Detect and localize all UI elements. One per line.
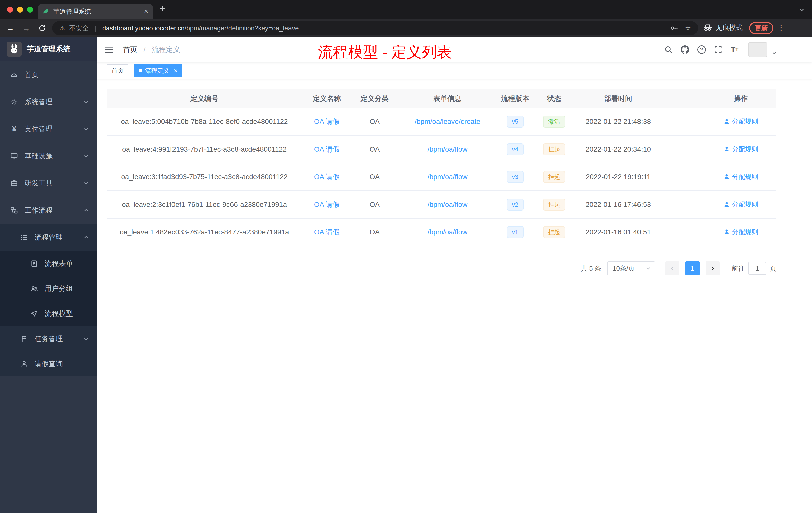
- active-tag-dot: [139, 69, 142, 72]
- breadcrumb-current: 流程定义: [152, 46, 180, 54]
- assign-rule-link[interactable]: 分配规则: [724, 117, 758, 126]
- sidebar-item-leave-query[interactable]: 请假查询: [0, 351, 97, 376]
- avatar[interactable]: [748, 42, 767, 57]
- tag-home[interactable]: 首页: [107, 64, 128, 77]
- cell-category: OA: [352, 135, 397, 163]
- chrome-update-button[interactable]: 更新: [749, 22, 773, 34]
- table-row: oa_leave:1:482ec033-762a-11ec-8477-a2380…: [107, 218, 776, 246]
- zoom-window-button[interactable]: [27, 6, 33, 12]
- form-link[interactable]: /bpm/oa/flow: [428, 201, 467, 208]
- browser-menu-icon[interactable]: ⋮: [777, 23, 785, 32]
- chevron-up-icon: [83, 208, 89, 213]
- cell-deploy-time: 2022-01-22 21:48:38: [576, 108, 661, 135]
- github-icon[interactable]: [679, 43, 691, 56]
- status-badge: 挂起: [543, 226, 565, 238]
- close-window-button[interactable]: [7, 6, 13, 12]
- definition-name-link[interactable]: OA 请假: [314, 145, 340, 153]
- key-icon[interactable]: [670, 24, 678, 32]
- version-badge: v3: [507, 171, 523, 183]
- pagination: 共 5 条 10条/页 1 前往 页: [107, 261, 776, 275]
- breadcrumb-home[interactable]: 首页: [123, 46, 137, 54]
- definition-name-link[interactable]: OA 请假: [314, 173, 340, 181]
- sidebar-item-process-form[interactable]: 流程表单: [0, 251, 97, 276]
- reload-icon[interactable]: [36, 23, 48, 34]
- col-definition-id: 定义编号: [107, 89, 302, 108]
- table-row: oa_leave:4:991f2193-7b7f-11ec-a3c8-acde4…: [107, 135, 776, 163]
- col-filler: [661, 89, 705, 108]
- annotation-title: 流程模型 - 定义列表: [318, 42, 452, 62]
- table-row: oa_leave:2:3c1f0ef1-76b1-11ec-9c66-a2380…: [107, 191, 776, 218]
- sidebar-item-workflow[interactable]: 工作流程: [0, 197, 97, 224]
- chevron-down-icon: [83, 336, 89, 341]
- dashboard-icon: [10, 71, 18, 79]
- goto-page-input[interactable]: [748, 262, 766, 275]
- fullscreen-icon[interactable]: [712, 43, 724, 56]
- chevron-up-icon: [83, 235, 89, 240]
- font-size-icon[interactable]: TT: [729, 43, 741, 56]
- browser-tab[interactable]: 芋道管理系统 ×: [38, 3, 153, 19]
- main-area: 流程模型 - 定义列表 首页 / 流程定义 ?: [97, 37, 812, 513]
- new-tab-button[interactable]: +: [160, 3, 165, 14]
- next-page-button[interactable]: [705, 261, 720, 275]
- assign-rule-link[interactable]: 分配规则: [724, 145, 758, 154]
- col-definition-category: 定义分类: [352, 89, 397, 108]
- help-icon[interactable]: ?: [696, 43, 707, 56]
- goto-suffix: 页: [770, 264, 776, 273]
- sidebar-toggle-icon[interactable]: [105, 45, 114, 54]
- forward-icon[interactable]: →: [20, 23, 32, 34]
- version-badge: v2: [507, 199, 523, 211]
- form-link[interactable]: /bpm/oa/leave/create: [414, 118, 480, 125]
- prev-page-button[interactable]: [665, 261, 679, 275]
- definition-name-link[interactable]: OA 请假: [314, 201, 340, 208]
- assign-rule-link[interactable]: 分配规则: [724, 173, 758, 181]
- search-icon[interactable]: [662, 43, 674, 56]
- sidebar-brand[interactable]: 芋道管理系统: [0, 37, 97, 61]
- avatar-caret-icon[interactable]: [772, 51, 777, 56]
- not-secure-icon[interactable]: ⚠: [59, 24, 65, 32]
- people-icon: [30, 284, 38, 293]
- address-bar[interactable]: ⚠ 不安全 | dashboard.yudao.iocoder.cn/bpm/m…: [52, 21, 698, 35]
- table-row: oa_leave:5:004b710b-7b8a-11ec-8ef0-acde4…: [107, 108, 776, 135]
- back-icon[interactable]: ←: [4, 23, 16, 34]
- definition-name-link[interactable]: OA 请假: [314, 118, 340, 125]
- status-badge: 挂起: [543, 199, 565, 211]
- cell-deploy-time: 2022-01-22 20:34:10: [576, 135, 661, 163]
- bookmark-star-icon[interactable]: ☆: [685, 24, 691, 32]
- minimize-window-button[interactable]: [17, 6, 23, 12]
- cell-category: OA: [352, 108, 397, 135]
- sidebar-item-process-mgmt[interactable]: 流程管理: [0, 224, 97, 251]
- pagination-total: 共 5 条: [581, 264, 601, 273]
- sidebar-item-system[interactable]: 系统管理: [0, 88, 97, 116]
- tab-search-chevron-icon[interactable]: [799, 6, 805, 12]
- sidebar-item-task-mgmt[interactable]: 任务管理: [0, 326, 97, 351]
- sidebar-item-user-group[interactable]: 用户分组: [0, 276, 97, 301]
- form-link[interactable]: /bpm/oa/flow: [428, 228, 467, 236]
- sidebar-item-payment[interactable]: ¥ 支付管理: [0, 116, 97, 143]
- sidebar-item-home[interactable]: 首页: [0, 61, 97, 88]
- cell-category: OA: [352, 218, 397, 246]
- page-number-1[interactable]: 1: [686, 261, 699, 275]
- form-link[interactable]: /bpm/oa/flow: [428, 173, 467, 181]
- page-content: 定义编号 定义名称 定义分类 表单信息 流程版本 状态 部署时间 操作: [97, 79, 812, 285]
- browser-toolbar: ← → ⚠ 不安全 | dashboard.yudao.iocoder.cn/b…: [0, 19, 812, 37]
- cell-definition-id: oa_leave:4:991f2193-7b7f-11ec-a3c8-acde4…: [107, 135, 302, 163]
- tag-process-definition[interactable]: 流程定义 ×: [134, 64, 182, 77]
- assign-rule-link[interactable]: 分配规则: [724, 200, 758, 209]
- tag-close-icon[interactable]: ×: [174, 67, 177, 74]
- sidebar-item-devtools[interactable]: 研发工具: [0, 170, 97, 197]
- assign-rule-link[interactable]: 分配规则: [724, 228, 758, 236]
- tab-close-icon[interactable]: ×: [144, 7, 148, 15]
- not-secure-label: 不安全: [69, 24, 89, 33]
- sidebar-item-infra[interactable]: 基础设施: [0, 143, 97, 170]
- page-size-select[interactable]: 10条/页: [607, 261, 655, 275]
- address-divider: |: [95, 24, 96, 32]
- chevron-down-icon: [83, 126, 89, 132]
- sidebar-item-process-model[interactable]: 流程模型: [0, 301, 97, 326]
- chevron-down-icon: [83, 153, 89, 159]
- browser-window: 芋道管理系统 × + ← → ⚠ 不安全 | dashboard.yudao.i…: [0, 0, 812, 513]
- definition-name-link[interactable]: OA 请假: [314, 228, 340, 236]
- table-row: oa_leave:3:1fad3d93-7b75-11ec-a3c8-acde4…: [107, 163, 776, 191]
- cell-definition-id: oa_leave:5:004b710b-7b8a-11ec-8ef0-acde4…: [107, 108, 302, 135]
- form-link[interactable]: /bpm/oa/flow: [428, 145, 467, 153]
- form-icon: [30, 260, 38, 268]
